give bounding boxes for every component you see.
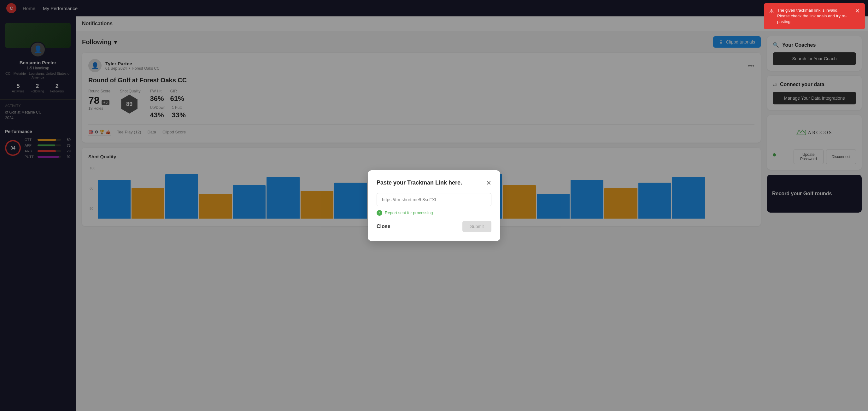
modal-close-text-button[interactable]: Close: [377, 224, 391, 229]
success-check-icon: ✓: [377, 210, 382, 216]
modal-close-button[interactable]: ✕: [486, 179, 491, 187]
modal-title: Paste your Trackman Link here.: [377, 180, 462, 186]
modal-header: Paste your Trackman Link here. ✕: [377, 179, 491, 187]
modal-submit-button[interactable]: Submit: [462, 221, 491, 232]
trackman-modal: Paste your Trackman Link here. ✕ ✓ Repor…: [368, 170, 500, 241]
error-toast: ⚠ The given trackman link is invalid. Pl…: [764, 3, 865, 29]
modal-footer: Close Submit: [377, 221, 491, 232]
trackman-link-input[interactable]: [377, 193, 491, 206]
warning-icon: ⚠: [769, 8, 774, 15]
modal-success-message: ✓ Report sent for processing: [377, 210, 491, 216]
modal-overlay[interactable]: Paste your Trackman Link here. ✕ ✓ Repor…: [0, 0, 868, 411]
toast-message: The given trackman link is invalid. Plea…: [777, 7, 852, 25]
toast-close-button[interactable]: ✕: [855, 7, 860, 14]
